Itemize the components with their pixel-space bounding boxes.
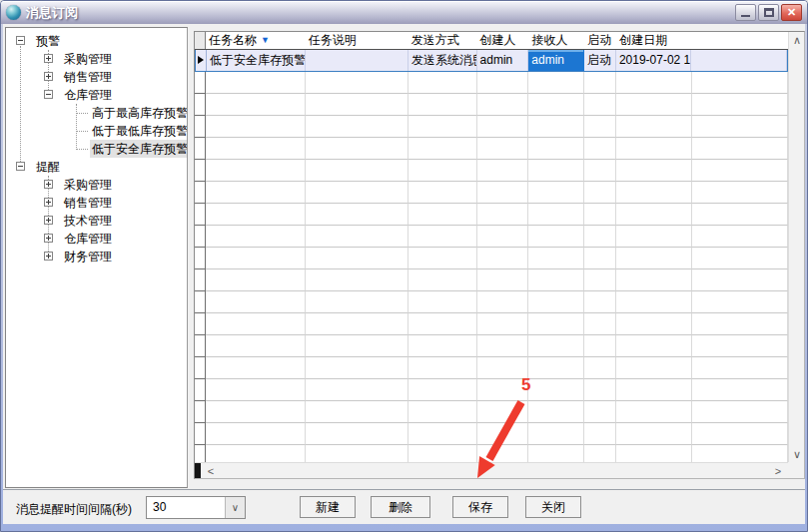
scroll-up-icon[interactable]: ∧ — [789, 33, 805, 47]
tree-item[interactable]: 技术管理 — [6, 212, 187, 230]
tree-expand-icon[interactable] — [44, 180, 53, 189]
save-button[interactable]: 保存 — [452, 496, 508, 518]
tree-item[interactable]: 提醒 — [6, 158, 187, 176]
tree-expand-icon[interactable] — [44, 234, 53, 243]
scroll-right-icon[interactable]: > — [770, 464, 786, 478]
empty-cell — [408, 116, 477, 138]
tree-item-label[interactable]: 技术管理 — [62, 212, 187, 230]
tree-item[interactable]: 采购管理 — [6, 50, 187, 68]
empty-grid-row[interactable] — [195, 160, 788, 182]
empty-cell — [477, 291, 529, 313]
tree-item[interactable]: 仓库管理 — [6, 230, 187, 248]
grid-cell[interactable]: 2019-07-02 1 — [616, 50, 692, 71]
row-marker-cell[interactable] — [196, 50, 207, 71]
empty-grid-row[interactable] — [195, 291, 788, 313]
grid-body[interactable]: 低于安全库存预警发送系统消息adminadmin启动2019-07-02 1 — [195, 50, 788, 462]
empty-grid-row[interactable] — [195, 313, 788, 335]
empty-cell — [616, 182, 692, 204]
tree-item[interactable]: 销售管理 — [6, 68, 187, 86]
empty-cell — [408, 445, 477, 462]
empty-grid-row[interactable] — [195, 94, 788, 116]
empty-grid-row[interactable] — [195, 248, 788, 269]
grid-cell[interactable]: 启动 — [584, 50, 616, 71]
empty-grid-row[interactable] — [195, 116, 788, 138]
column-header-label: 任务说明 — [309, 33, 357, 47]
tree-item-label[interactable]: 低于最低库存预警 — [90, 122, 187, 140]
column-header[interactable]: 任务名称▼ — [206, 32, 306, 49]
tree-item[interactable]: 财务管理 — [6, 248, 187, 266]
grid-cell[interactable]: admin — [477, 50, 529, 71]
empty-grid-row[interactable] — [195, 269, 788, 291]
delete-button[interactable]: 删除 — [371, 496, 430, 518]
empty-cell — [584, 226, 616, 248]
tree-expand-icon[interactable] — [44, 216, 53, 225]
tree-expand-icon[interactable] — [44, 54, 53, 63]
grid-cell[interactable] — [306, 50, 407, 71]
tree-item-label[interactable]: 提醒 — [34, 158, 187, 176]
tree-item-label[interactable]: 高于最高库存预警 — [90, 104, 187, 122]
tree-expand-icon[interactable] — [44, 252, 53, 261]
horizontal-scroll-thumb[interactable] — [195, 463, 201, 478]
new-button[interactable]: 新建 — [300, 496, 356, 518]
column-header[interactable] — [692, 32, 788, 49]
chevron-down-icon[interactable]: ∨ — [225, 497, 245, 518]
empty-grid-row[interactable] — [195, 72, 788, 94]
empty-grid-row[interactable] — [195, 335, 788, 357]
tree-item-label[interactable]: 预警 — [34, 32, 187, 50]
tree-item[interactable]: 销售管理 — [6, 194, 187, 212]
column-header[interactable]: 创建人 — [477, 32, 529, 49]
empty-grid-row[interactable] — [195, 357, 788, 379]
tree-item-label[interactable]: 采购管理 — [62, 176, 187, 194]
empty-cell — [408, 313, 477, 335]
column-header[interactable]: 创建日期 — [616, 32, 692, 49]
tree-item[interactable]: 预警 — [6, 32, 187, 50]
tree-item[interactable]: 低于最低库存预警 — [6, 122, 187, 140]
column-header[interactable]: 启动 — [584, 32, 616, 49]
empty-grid-row[interactable] — [195, 445, 788, 462]
selected-row[interactable]: 低于安全库存预警发送系统消息adminadmin启动2019-07-02 1 — [195, 50, 788, 72]
minimize-button[interactable] — [735, 4, 756, 21]
tree-item-label[interactable]: 低于安全库存预警 — [90, 140, 187, 158]
vertical-scrollbar[interactable]: ∧ ∨ — [788, 32, 804, 462]
scroll-left-icon[interactable]: < — [203, 464, 219, 478]
tree-expand-icon[interactable] — [44, 72, 53, 81]
tree-item-label[interactable]: 财务管理 — [62, 248, 187, 266]
tree-item[interactable]: 仓库管理 — [6, 86, 187, 104]
empty-grid-row[interactable] — [195, 138, 788, 160]
empty-grid-row[interactable] — [195, 423, 788, 445]
empty-grid-row[interactable] — [195, 204, 788, 226]
empty-grid-row[interactable] — [195, 226, 788, 248]
empty-cell — [306, 401, 408, 423]
grid-cell[interactable]: admin — [528, 50, 584, 71]
tree-expand-icon[interactable] — [44, 198, 53, 207]
tree-item[interactable]: 采购管理 — [6, 176, 187, 194]
tree-item[interactable]: 低于安全库存预警 — [6, 140, 187, 158]
close-button[interactable]: ✕ — [781, 4, 802, 21]
tree-collapse-icon[interactable] — [16, 36, 25, 45]
empty-grid-row[interactable] — [195, 182, 788, 204]
horizontal-scrollbar[interactable]: < > — [195, 462, 788, 478]
maximize-button[interactable] — [758, 4, 779, 21]
grid-cell[interactable]: 发送系统消息 — [408, 50, 477, 71]
close-dialog-button[interactable]: 关闭 — [525, 496, 581, 518]
title-bar[interactable]: 消息订阅 ✕ — [1, 1, 807, 24]
tree-item-label[interactable]: 采购管理 — [62, 50, 187, 68]
column-header[interactable]: 任务说明 — [306, 32, 408, 49]
empty-grid-row[interactable] — [195, 401, 788, 423]
empty-cell — [408, 226, 477, 248]
tree-item-label[interactable]: 仓库管理 — [62, 230, 187, 248]
tree-item-label[interactable]: 销售管理 — [62, 194, 187, 212]
empty-grid-row[interactable] — [195, 379, 788, 401]
column-header[interactable]: 接收人 — [528, 32, 584, 49]
grid-cell[interactable] — [691, 50, 787, 71]
tree-item-label[interactable]: 仓库管理 — [62, 86, 187, 104]
tree-item-label[interactable]: 销售管理 — [62, 68, 187, 86]
grid-cell[interactable]: 低于安全库存预警 — [207, 50, 306, 71]
column-header[interactable]: 发送方式 — [408, 32, 477, 49]
interval-select[interactable]: 30 ∨ — [146, 496, 246, 519]
empty-cell — [408, 423, 477, 445]
scroll-down-icon[interactable]: ∨ — [789, 447, 805, 461]
tree-collapse-icon[interactable] — [16, 162, 25, 171]
tree-collapse-icon[interactable] — [44, 90, 53, 99]
tree-item[interactable]: 高于最高库存预警 — [6, 104, 187, 122]
